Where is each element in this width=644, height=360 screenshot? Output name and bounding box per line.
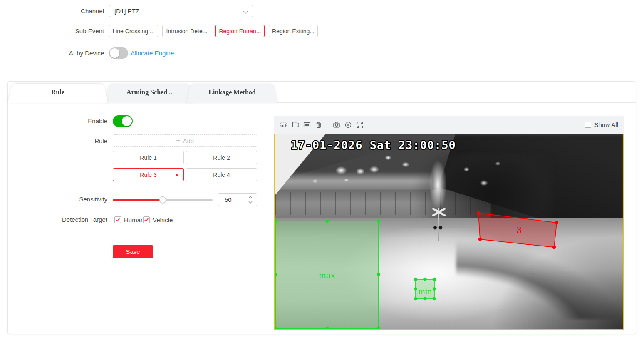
sub-event-region-exiting[interactable]: Region Exiting... xyxy=(269,25,318,37)
allocate-engine-link[interactable]: Allocate Engine xyxy=(131,47,174,59)
record-icon[interactable] xyxy=(343,119,354,130)
sensitivity-input[interactable] xyxy=(218,194,247,206)
vehicle-checkbox[interactable] xyxy=(143,216,150,223)
sub-event-intrusion[interactable]: Intrusion Dete... xyxy=(162,25,211,37)
region-handle[interactable] xyxy=(477,211,480,215)
region-handle[interactable] xyxy=(552,246,556,249)
spinner-up-icon[interactable] xyxy=(248,195,253,199)
rule-regions-overlay[interactable]: maxmin3 xyxy=(275,134,623,329)
toggle-knob xyxy=(110,48,119,58)
toolbar-divider xyxy=(328,122,328,128)
show-all-checkbox[interactable] xyxy=(585,122,591,128)
region-handle[interactable] xyxy=(478,238,482,241)
video-frame[interactable]: 17-01-2026 Sat 23:00:50 maxmin3 xyxy=(274,134,624,330)
close-icon[interactable]: ✕ xyxy=(175,172,179,177)
rule-3-button[interactable]: Rule 3 ✕ xyxy=(113,168,184,181)
human-checkbox[interactable] xyxy=(114,216,121,223)
check-icon xyxy=(115,217,120,222)
delete-icon[interactable] xyxy=(313,119,324,130)
sensitivity-fill xyxy=(113,199,163,201)
rule-4-button[interactable]: Rule 4 xyxy=(186,168,257,181)
fullscreen-icon[interactable] xyxy=(354,119,365,130)
rule-1-button[interactable]: Rule 1 xyxy=(113,151,184,164)
region-handle[interactable] xyxy=(433,297,436,300)
region-handle[interactable] xyxy=(414,287,417,290)
tab-linkage-method[interactable]: Linkage Method xyxy=(187,82,277,103)
event-config-page: Channel [D1] PTZ Sub Event Line Crossing… xyxy=(0,0,644,360)
region-label: 3 xyxy=(516,225,522,235)
human-label: Human xyxy=(124,216,144,223)
spinner-down-icon[interactable] xyxy=(248,200,253,204)
region-handle[interactable] xyxy=(414,297,417,300)
sensitivity-label: Sensitivity xyxy=(8,195,107,204)
region-handle[interactable] xyxy=(555,221,558,224)
enable-label: Enable xyxy=(8,117,107,126)
show-all-label: Show All xyxy=(594,121,618,128)
region-label: min xyxy=(419,288,432,296)
region-handle[interactable] xyxy=(377,273,380,276)
channel-select[interactable]: [D1] PTZ xyxy=(109,5,253,17)
save-button[interactable]: Save xyxy=(113,245,153,258)
osd-timestamp: 17-01-2026 Sat 23:00:50 xyxy=(291,139,456,151)
region-handle[interactable] xyxy=(325,219,329,223)
channel-value: [D1] PTZ xyxy=(114,7,139,15)
region-handle[interactable] xyxy=(433,287,436,290)
snapshot-icon[interactable] xyxy=(331,119,342,130)
region-handle[interactable] xyxy=(377,219,380,223)
chevron-down-icon xyxy=(243,9,248,13)
video-toolbar: Show All xyxy=(274,116,624,134)
sensitivity-input-wrap xyxy=(218,193,257,206)
size-filter-icon[interactable] xyxy=(278,119,289,130)
ai-by-device-label: AI by Device xyxy=(0,47,104,59)
slider-handle[interactable] xyxy=(159,196,166,203)
tab-rule[interactable]: Rule xyxy=(8,82,108,103)
rule-config-card: Rule Arming Sched... Linkage Method Enab… xyxy=(7,81,636,334)
check-icon xyxy=(144,217,149,222)
detection-target-label: Detection Target xyxy=(8,215,107,224)
enable-toggle[interactable] xyxy=(113,115,133,127)
rule-2-button[interactable]: Rule 2 xyxy=(186,151,257,164)
ai-by-device-toggle[interactable] xyxy=(109,47,128,59)
tab-bar: Rule Arming Sched... Linkage Method xyxy=(8,82,636,103)
rule-label: Rule xyxy=(8,137,107,146)
region-handle[interactable] xyxy=(433,278,436,281)
region-handle[interactable] xyxy=(423,297,426,300)
sensitivity-slider[interactable] xyxy=(113,196,213,203)
channel-label: Channel xyxy=(0,5,104,17)
draw-region-icon[interactable] xyxy=(290,119,301,130)
draw-ellipse-icon[interactable] xyxy=(302,119,312,130)
region-label: max xyxy=(319,271,335,280)
sub-event-label: Sub Event xyxy=(0,25,104,37)
region-handle[interactable] xyxy=(414,278,417,281)
sub-event-region-entrance[interactable]: Region Entran... xyxy=(215,25,265,37)
region-handle[interactable] xyxy=(423,278,426,281)
show-all-control: Show All xyxy=(585,121,618,128)
tab-arming-schedule[interactable]: Arming Sched... xyxy=(105,82,193,103)
sub-event-line-crossing[interactable]: Line Crossing ... xyxy=(109,25,158,37)
vehicle-label: Vehicle xyxy=(153,216,173,223)
toggle-knob xyxy=(122,116,132,126)
plus-icon: + xyxy=(176,137,181,144)
add-rule-button[interactable]: + Add xyxy=(113,134,257,147)
